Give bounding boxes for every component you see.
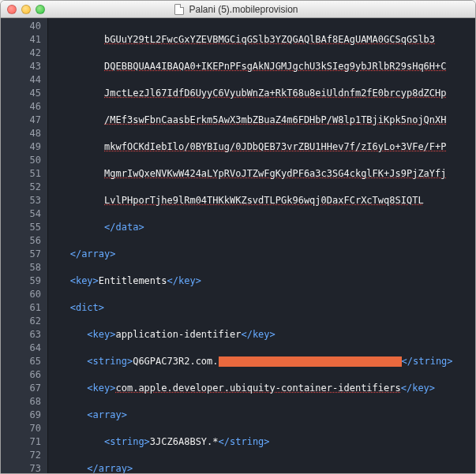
line-number: 73 xyxy=(1,462,41,473)
line-number: 72 xyxy=(1,449,41,462)
line-number: 46 xyxy=(1,100,41,114)
line-number: 55 xyxy=(1,221,41,234)
document-icon xyxy=(174,4,184,15)
code-editor[interactable]: 4041424344454647484950515253545556575859… xyxy=(1,18,475,473)
line-number: 57 xyxy=(1,248,41,261)
line-number: 64 xyxy=(1,342,41,355)
line-number: 63 xyxy=(1,328,41,342)
line-number: 58 xyxy=(1,261,41,274)
line-number: 44 xyxy=(1,73,41,87)
line-number: 67 xyxy=(1,382,41,395)
line-number: 65 xyxy=(1,355,41,368)
line-number: 56 xyxy=(1,234,41,248)
line-number: 41 xyxy=(1,33,41,47)
titlebar[interactable]: Palani (5).mobileprovision xyxy=(1,1,475,18)
line-number: 45 xyxy=(1,87,41,100)
line-number: 42 xyxy=(1,47,41,60)
line-number: 54 xyxy=(1,207,41,221)
line-number: 60 xyxy=(1,288,41,301)
line-number: 62 xyxy=(1,315,41,328)
window-title: Palani (5).mobileprovision xyxy=(189,4,298,15)
line-number-gutter: 4041424344454647484950515253545556575859… xyxy=(1,18,48,473)
line-number: 43 xyxy=(1,60,41,73)
line-number: 53 xyxy=(1,194,41,207)
line-number: 68 xyxy=(1,395,41,409)
editor-window: Palani (5).mobileprovision 4041424344454… xyxy=(0,0,476,474)
line-number: 66 xyxy=(1,368,41,382)
line-number: 70 xyxy=(1,422,41,435)
line-number: 48 xyxy=(1,127,41,140)
line-number: 52 xyxy=(1,181,41,194)
line-number: 47 xyxy=(1,114,41,127)
line-number: 50 xyxy=(1,154,41,167)
line-number: 69 xyxy=(1,409,41,422)
line-number: 61 xyxy=(1,301,41,315)
line-number: 40 xyxy=(1,20,41,33)
redacted-block xyxy=(219,356,402,367)
line-number: 71 xyxy=(1,435,41,449)
line-number: 51 xyxy=(1,167,41,181)
line-number: 59 xyxy=(1,274,41,288)
line-number: 49 xyxy=(1,140,41,154)
code-area[interactable]: bGUuY29tL2FwcGxYZEVBMGCiqGSlb3YZQGAQlBAf… xyxy=(48,18,475,473)
